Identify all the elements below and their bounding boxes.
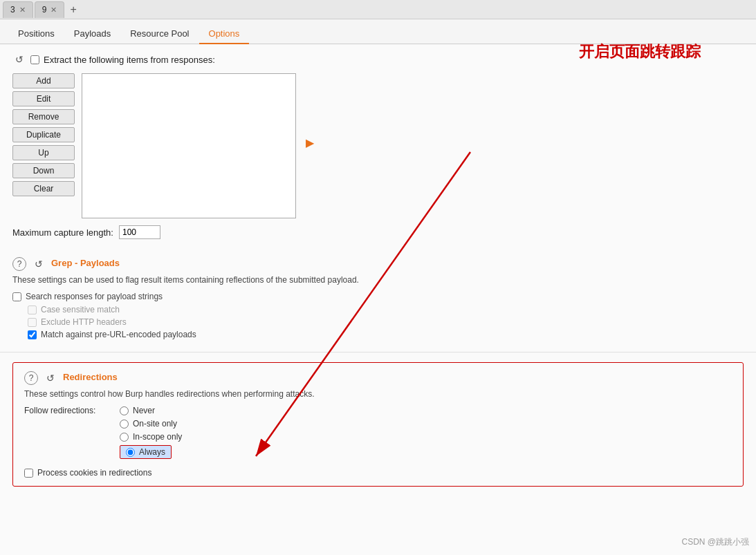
edit-button[interactable]: Edit bbox=[12, 91, 75, 106]
redir-onsite-label: On-site only bbox=[133, 419, 177, 429]
redir-never-label: Never bbox=[133, 406, 155, 415]
exclude-http-row: Exclude HTTP headers bbox=[28, 317, 744, 327]
redir-help-icon[interactable]: ? bbox=[24, 371, 38, 385]
redir-onsite-radio[interactable] bbox=[120, 420, 129, 429]
redir-description: These settings control how Burp handles … bbox=[24, 389, 732, 399]
extract-checkbox[interactable] bbox=[30, 55, 39, 64]
tab-resource-pool[interactable]: Resource Pool bbox=[120, 24, 199, 44]
nav-tabs: Positions Payloads Resource Pool Options bbox=[0, 19, 756, 44]
process-cookies-checkbox[interactable] bbox=[24, 469, 33, 478]
duplicate-button[interactable]: Duplicate bbox=[12, 127, 75, 142]
redir-never-row: Never bbox=[120, 406, 182, 415]
extract-list-box bbox=[82, 73, 296, 218]
match-pre-url-label: Match against pre-URL-encoded payloads bbox=[41, 330, 196, 339]
tab-payloads[interactable]: Payloads bbox=[64, 24, 120, 44]
redir-always-label: Always bbox=[139, 447, 165, 457]
redir-always-row: Always bbox=[120, 445, 172, 459]
expand-arrow[interactable]: ▶ bbox=[303, 135, 317, 149]
exclude-http-checkbox[interactable] bbox=[28, 318, 37, 327]
redir-title: Redirections bbox=[63, 372, 118, 382]
redir-never-radio[interactable] bbox=[120, 406, 129, 415]
search-payloads-row: Search responses for payload strings bbox=[12, 292, 744, 301]
reset-icon[interactable]: ↺ bbox=[12, 53, 26, 66]
grep-help-icon[interactable]: ? bbox=[12, 257, 26, 271]
grep-title: Grep - Payloads bbox=[51, 258, 120, 268]
browser-tab-9[interactable]: 9 ✕ bbox=[35, 1, 65, 18]
redir-reset-icon[interactable]: ↺ bbox=[44, 371, 57, 385]
max-capture-input[interactable] bbox=[119, 225, 160, 239]
add-tab-button[interactable]: + bbox=[66, 3, 80, 16]
match-pre-url-checkbox[interactable] bbox=[28, 330, 37, 339]
tab-positions[interactable]: Positions bbox=[8, 24, 64, 44]
browser-tab-bar: 3 ✕ 9 ✕ + bbox=[0, 0, 756, 19]
redir-radio-group: Never On-site only In-scope only Always bbox=[120, 406, 182, 462]
search-payloads-label: Search responses for payload strings bbox=[26, 292, 163, 301]
match-pre-url-row: Match against pre-URL-encoded payloads bbox=[28, 330, 744, 339]
process-cookies-row: Process cookies in redirections bbox=[24, 468, 732, 478]
clear-button[interactable]: Clear bbox=[12, 181, 75, 196]
extract-section: ↺ Extract the following items from respo… bbox=[0, 44, 756, 247]
redir-inscope-radio[interactable] bbox=[120, 433, 129, 442]
process-cookies-label: Process cookies in redirections bbox=[37, 468, 151, 478]
tab-3-close[interactable]: ✕ bbox=[19, 6, 26, 15]
max-capture-label: Maximum capture length: bbox=[12, 227, 113, 238]
tab-options[interactable]: Options bbox=[199, 24, 250, 44]
remove-button[interactable]: Remove bbox=[12, 109, 75, 124]
browser-tab-3[interactable]: 3 ✕ bbox=[3, 1, 33, 18]
tab-9-label: 9 bbox=[42, 5, 47, 15]
case-sensitive-row: Case sensitive match bbox=[28, 305, 744, 314]
redir-always-radio[interactable] bbox=[126, 448, 135, 457]
redir-inscope-row: In-scope only bbox=[120, 432, 182, 442]
redir-onsite-row: On-site only bbox=[120, 419, 182, 429]
redirections-section: ? ↺ Redirections These settings control … bbox=[12, 362, 744, 487]
search-payloads-checkbox[interactable] bbox=[12, 292, 21, 301]
redir-follow-row: Follow redirections: Never On-site only … bbox=[24, 406, 732, 462]
down-button[interactable]: Down bbox=[12, 163, 75, 178]
extract-label-text: Extract the following items from respons… bbox=[44, 55, 215, 65]
csdn-watermark: CSDN @跳跳小强 bbox=[681, 536, 749, 548]
max-capture-row: Maximum capture length: bbox=[12, 225, 744, 239]
add-button[interactable]: Add bbox=[12, 73, 75, 88]
follow-label: Follow redirections: bbox=[24, 406, 114, 415]
main-content: ↺ Extract the following items from respo… bbox=[0, 44, 756, 555]
case-sensitive-checkbox[interactable] bbox=[28, 305, 37, 314]
exclude-http-label: Exclude HTTP headers bbox=[41, 317, 127, 327]
grep-reset-icon[interactable]: ↺ bbox=[32, 257, 46, 271]
tab-3-label: 3 bbox=[10, 5, 15, 15]
extract-buttons: Add Edit Remove Duplicate Up Down Clear bbox=[12, 73, 75, 196]
extract-body: Add Edit Remove Duplicate Up Down Clear … bbox=[12, 73, 744, 218]
extract-label-row: ↺ Extract the following items from respo… bbox=[12, 53, 744, 66]
redir-inscope-label: In-scope only bbox=[133, 432, 182, 442]
grep-section: ? ↺ Grep - Payloads These settings can b… bbox=[0, 247, 756, 352]
up-button[interactable]: Up bbox=[12, 145, 75, 160]
case-sensitive-label: Case sensitive match bbox=[41, 305, 120, 314]
tab-9-close[interactable]: ✕ bbox=[50, 6, 57, 15]
grep-description: These settings can be used to flag resul… bbox=[12, 275, 744, 285]
